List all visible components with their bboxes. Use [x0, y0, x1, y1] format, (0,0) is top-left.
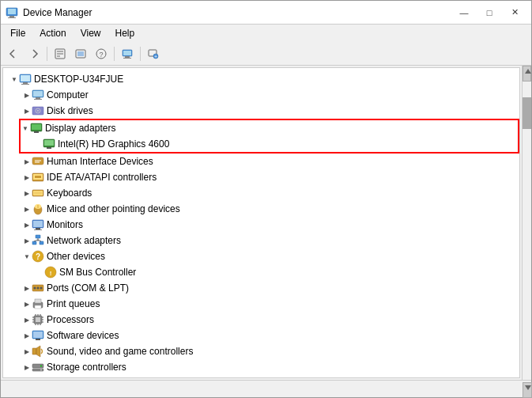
svg-point-64	[34, 287, 36, 290]
toolbar-back[interactable]	[4, 44, 23, 63]
svg-rect-26	[34, 99, 42, 100]
sound-expand-icon[interactable]	[22, 347, 32, 356]
tree-item-other-devices[interactable]: ? Other devices	[3, 248, 519, 264]
toolbar-properties[interactable]	[51, 44, 70, 63]
svg-line-58	[38, 240, 41, 241]
toolbar-scan[interactable]: +	[144, 44, 163, 63]
network-icon	[32, 234, 44, 247]
menu-action[interactable]: Action	[33, 26, 72, 40]
svg-rect-24	[33, 91, 43, 97]
tree-item-monitors[interactable]: Monitors	[3, 217, 519, 233]
mice-icon	[32, 203, 44, 215]
menu-help[interactable]: Help	[109, 26, 141, 40]
svg-rect-87	[32, 348, 36, 354]
svg-rect-3	[8, 17, 16, 18]
monitors-label: Monitors	[47, 219, 83, 230]
computer-expand-icon[interactable]	[22, 90, 32, 100]
scroll-up-btn[interactable]	[523, 66, 531, 81]
hid-icon	[32, 155, 44, 168]
tree-item-network[interactable]: Network adapters	[3, 233, 519, 248]
tree-item-keyboards[interactable]: Keyboards	[3, 185, 519, 201]
system-icon	[32, 377, 44, 378]
svg-rect-2	[9, 16, 14, 17]
svg-rect-35	[47, 147, 51, 149]
processors-expand-icon[interactable]	[22, 315, 32, 324]
network-label: Network adapters	[47, 235, 121, 246]
tree-item-display-adapters[interactable]: Display adapters	[21, 120, 518, 136]
menu-file[interactable]: File	[4, 26, 32, 40]
display-expand-icon[interactable]	[21, 123, 30, 133]
software-label: Software devices	[47, 330, 119, 341]
svg-rect-52	[34, 229, 42, 230]
tree-item-computer[interactable]: Computer	[3, 87, 519, 103]
svg-rect-71	[36, 317, 40, 322]
device-manager-window: Device Manager — □ ✕ File Action View He…	[0, 0, 532, 398]
disk-expand-icon[interactable]	[22, 106, 32, 116]
tree-item-sm-bus[interactable]: ! SM Bus Controller	[3, 264, 519, 280]
smbus-icon: !	[44, 266, 57, 279]
ide-expand-icon[interactable]	[22, 172, 32, 182]
svg-rect-15	[123, 58, 131, 59]
storage-icon	[32, 361, 44, 373]
svg-text:+: +	[154, 54, 157, 59]
svg-rect-69	[35, 305, 41, 309]
toolbar: ? +	[1, 42, 531, 66]
svg-rect-1	[8, 9, 16, 14]
other-devices-expand-icon[interactable]	[22, 252, 32, 261]
svg-rect-21	[23, 82, 28, 84]
menu-view[interactable]: View	[74, 26, 108, 40]
svg-text:?: ?	[99, 51, 103, 59]
mice-expand-icon[interactable]	[22, 204, 32, 214]
toolbar-forward[interactable]	[25, 44, 43, 63]
svg-point-91	[40, 370, 42, 371]
disk-label: Disk drives	[47, 105, 93, 116]
maximize-button[interactable]: □	[477, 5, 501, 21]
tree-root[interactable]: DESKTOP-U34FJUE	[3, 71, 519, 87]
tree-item-software-devices[interactable]: Software devices	[3, 328, 519, 343]
status-bar	[1, 380, 531, 397]
tree-view[interactable]: DESKTOP-U34FJUE Computer	[2, 67, 520, 378]
tree-item-mice[interactable]: Mice and other pointing devices	[3, 201, 519, 217]
tree-item-ide[interactable]: IDE ATA/ATAPI controllers	[3, 169, 519, 185]
svg-point-29	[37, 110, 39, 112]
intel-gpu-icon	[43, 138, 55, 150]
ports-expand-icon[interactable]	[22, 283, 32, 293]
scrollbar-vertical[interactable]	[522, 66, 531, 380]
toolbar-devices[interactable]	[118, 44, 137, 63]
root-expand-icon[interactable]	[9, 74, 19, 84]
intel-label: Intel(R) HD Graphics 4600	[58, 138, 169, 150]
network-expand-icon[interactable]	[22, 236, 32, 245]
tree-item-storage[interactable]: Storage controllers	[3, 359, 519, 375]
print-icon	[32, 298, 44, 310]
storage-expand-icon[interactable]	[22, 362, 32, 372]
hid-expand-icon[interactable]	[22, 157, 32, 166]
close-button[interactable]: ✕	[503, 5, 526, 21]
tree-item-disk-drives[interactable]: Disk drives	[3, 103, 519, 119]
svg-rect-25	[36, 97, 40, 99]
tree-item-print[interactable]: Print queues	[3, 296, 519, 312]
scroll-thumb[interactable]	[523, 97, 531, 129]
highlighted-group: Display adapters In	[19, 119, 519, 154]
toolbar-update[interactable]	[71, 44, 90, 63]
svg-rect-13	[123, 51, 131, 55]
tree-item-hid[interactable]: Human Interface Devices	[3, 154, 519, 169]
toolbar-help[interactable]: ?	[92, 44, 111, 63]
tree-item-system[interactable]: System devices	[3, 375, 519, 378]
tree-item-sound[interactable]: Sound, video and game controllers	[3, 343, 519, 359]
monitors-icon	[32, 218, 44, 231]
tree-item-processors[interactable]: Processors	[3, 312, 519, 328]
software-expand-icon[interactable]	[22, 331, 32, 340]
svg-rect-20	[21, 75, 30, 81]
monitors-expand-icon[interactable]	[22, 220, 32, 229]
keyboards-expand-icon[interactable]	[22, 188, 32, 198]
minimize-button[interactable]: —	[452, 5, 476, 21]
disk-icon	[32, 104, 44, 117]
root-icon	[19, 73, 32, 85]
print-expand-icon[interactable]	[22, 299, 32, 309]
svg-rect-31	[32, 124, 41, 130]
tree-item-ports[interactable]: Ports (COM & LPT)	[3, 280, 519, 296]
hid-label: Human Interface Devices	[47, 156, 153, 167]
tree-item-intel-hd[interactable]: Intel(R) HD Graphics 4600	[21, 136, 518, 152]
ports-label: Ports (COM & LPT)	[47, 282, 129, 294]
app-icon	[6, 6, 18, 19]
